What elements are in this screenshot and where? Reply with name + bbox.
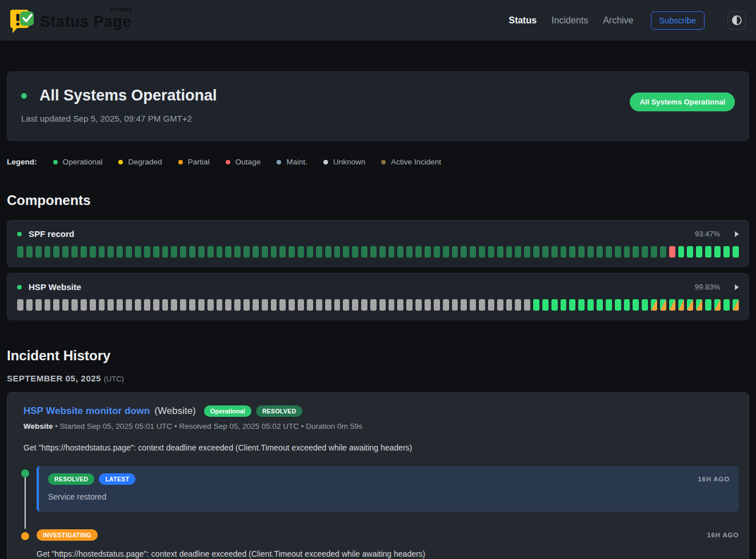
uptime-bar-operational_past[interactable] (660, 246, 666, 258)
uptime-bar-operational[interactable] (606, 299, 612, 311)
uptime-bar-operational_past[interactable] (542, 246, 549, 258)
uptime-bar-operational_past[interactable] (334, 246, 341, 258)
uptime-bar-operational_past[interactable] (53, 246, 59, 258)
uptime-bar-unknown[interactable] (298, 299, 304, 311)
uptime-bar-operational_past[interactable] (71, 246, 78, 258)
uptime-bar-operational_past[interactable] (81, 246, 87, 258)
uptime-bar-unknown[interactable] (279, 299, 286, 311)
uptime-bar-operational_past[interactable] (126, 246, 132, 258)
uptime-bar-unknown[interactable] (225, 299, 231, 311)
uptime-bar-unknown[interactable] (497, 299, 503, 311)
uptime-bar-partial[interactable] (669, 299, 675, 311)
uptime-bar-operational_past[interactable] (316, 246, 322, 258)
uptime-bar-operational_past[interactable] (298, 246, 304, 258)
uptime-bar-unknown[interactable] (461, 299, 467, 311)
uptime-bar-operational_past[interactable] (452, 246, 458, 258)
uptime-bar-operational[interactable] (615, 299, 621, 311)
uptime-bar-unknown[interactable] (515, 299, 521, 311)
uptime-bar-operational_past[interactable] (524, 246, 530, 258)
uptime-bar-operational_past[interactable] (461, 246, 467, 258)
uptime-bar-operational_past[interactable] (633, 246, 639, 258)
uptime-bar-operational_past[interactable] (107, 246, 114, 258)
uptime-bar-operational_past[interactable] (506, 246, 513, 258)
uptime-bar-operational_past[interactable] (289, 246, 295, 258)
uptime-bar-unknown[interactable] (425, 299, 431, 311)
uptime-bar-operational_past[interactable] (406, 246, 413, 258)
uptime-bar-operational_past[interactable] (561, 246, 567, 258)
uptime-bar-unknown[interactable] (325, 299, 331, 311)
uptime-bar-operational_past[interactable] (90, 246, 96, 258)
uptime-bar-unknown[interactable] (434, 299, 440, 311)
incident-title-link[interactable]: HSP Website monitor down (23, 405, 150, 417)
uptime-bar-unknown[interactable] (289, 299, 295, 311)
uptime-bar-unknown[interactable] (334, 299, 341, 311)
uptime-bar-unknown[interactable] (488, 299, 494, 311)
uptime-bar-partial[interactable] (687, 299, 693, 311)
uptime-bar-operational[interactable] (705, 299, 711, 311)
uptime-bar-operational[interactable] (624, 299, 630, 311)
uptime-bar-unknown[interactable] (62, 299, 69, 311)
uptime-bar-operational_past[interactable] (153, 246, 159, 258)
expand-arrow-icon[interactable] (735, 284, 739, 290)
uptime-bar-operational_past[interactable] (470, 246, 476, 258)
uptime-bar-operational[interactable] (597, 299, 603, 311)
uptime-bar-unknown[interactable] (135, 299, 141, 311)
uptime-bar-operational[interactable] (587, 299, 594, 311)
uptime-bar-unknown[interactable] (415, 299, 422, 311)
uptime-bar-operational_past[interactable] (17, 246, 23, 258)
nav-archive[interactable]: Archive (603, 15, 633, 26)
uptime-bars[interactable] (17, 299, 739, 311)
uptime-bar-operational_past[interactable] (225, 246, 231, 258)
uptime-bar-partial[interactable] (733, 299, 739, 311)
uptime-bar-operational[interactable] (678, 246, 685, 258)
uptime-bar-unknown[interactable] (217, 299, 223, 311)
uptime-bar-operational_past[interactable] (370, 246, 377, 258)
uptime-bar-partial[interactable] (714, 299, 721, 311)
uptime-bar-unknown[interactable] (406, 299, 413, 311)
uptime-bar-unknown[interactable] (506, 299, 513, 311)
uptime-bar-operational_past[interactable] (389, 246, 395, 258)
uptime-bar-unknown[interactable] (307, 299, 313, 311)
uptime-bar-unknown[interactable] (343, 299, 349, 311)
uptime-bar-operational_past[interactable] (551, 246, 558, 258)
uptime-bar-unknown[interactable] (26, 299, 33, 311)
uptime-bar-operational_past[interactable] (533, 246, 539, 258)
uptime-bar-unknown[interactable] (253, 299, 259, 311)
uptime-bar-operational[interactable] (733, 246, 739, 258)
uptime-bar-unknown[interactable] (162, 299, 169, 311)
uptime-bar-operational_past[interactable] (198, 246, 205, 258)
uptime-bar-operational_past[interactable] (307, 246, 313, 258)
uptime-bar-partial[interactable] (696, 299, 702, 311)
uptime-bar-operational_past[interactable] (180, 246, 186, 258)
uptime-bar-operational_past[interactable] (262, 246, 268, 258)
uptime-bar-unknown[interactable] (397, 299, 403, 311)
uptime-bar-operational_past[interactable] (207, 246, 214, 258)
uptime-bar-operational_past[interactable] (615, 246, 621, 258)
uptime-bar-operational_past[interactable] (62, 246, 69, 258)
uptime-bar-unknown[interactable] (524, 299, 530, 311)
uptime-bar-unknown[interactable] (316, 299, 322, 311)
uptime-bar-unknown[interactable] (352, 299, 358, 311)
uptime-bar-operational[interactable] (578, 299, 585, 311)
uptime-bar-outage[interactable] (669, 246, 675, 258)
uptime-bar-partial[interactable] (651, 299, 657, 311)
uptime-bar-operational_past[interactable] (171, 246, 177, 258)
uptime-bar-operational_past[interactable] (587, 246, 594, 258)
uptime-bar-operational_past[interactable] (361, 246, 367, 258)
uptime-bar-unknown[interactable] (171, 299, 177, 311)
uptime-bar-unknown[interactable] (17, 299, 23, 311)
uptime-bar-unknown[interactable] (126, 299, 132, 311)
uptime-bar-unknown[interactable] (180, 299, 186, 311)
uptime-bar-unknown[interactable] (443, 299, 449, 311)
uptime-bar-unknown[interactable] (81, 299, 87, 311)
uptime-bar-operational_past[interactable] (624, 246, 630, 258)
uptime-bar-operational[interactable] (633, 299, 639, 311)
uptime-bar-operational_past[interactable] (253, 246, 259, 258)
uptime-bar-unknown[interactable] (361, 299, 367, 311)
uptime-bar-operational_past[interactable] (45, 246, 51, 258)
uptime-bar-operational_past[interactable] (162, 246, 169, 258)
uptime-bar-operational_past[interactable] (597, 246, 603, 258)
uptime-bar-operational_past[interactable] (415, 246, 422, 258)
uptime-bar-operational_past[interactable] (352, 246, 358, 258)
uptime-bar-operational_past[interactable] (144, 246, 150, 258)
